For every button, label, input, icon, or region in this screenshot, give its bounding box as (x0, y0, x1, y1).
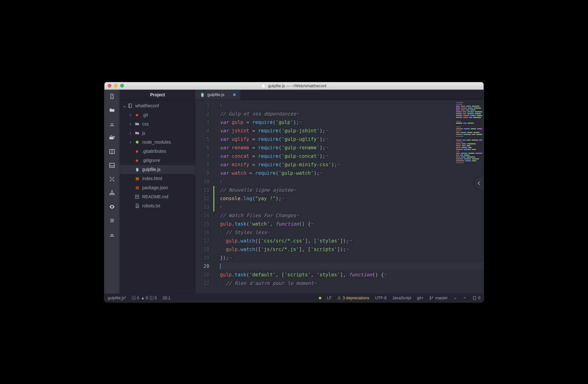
chevron-icon: › (130, 112, 132, 117)
status-files[interactable]: 0 (472, 296, 480, 300)
document-icon (262, 84, 265, 88)
tree-item-label: gulpfile.js (142, 167, 160, 172)
sidebar-title: Project (120, 90, 195, 100)
deprecations-label: 3 deprecations (343, 296, 369, 300)
eye-icon[interactable] (109, 203, 115, 210)
branch-icon (429, 296, 434, 300)
warning-icon: ⚠ (337, 296, 341, 300)
download-icon[interactable] (109, 120, 115, 127)
svg-rect-7 (113, 194, 114, 195)
status-git[interactable]: git+ (417, 296, 424, 300)
svg-point-20 (432, 296, 433, 297)
chevron-icon: ⌄ (123, 103, 125, 108)
status-line-ending[interactable]: LF (327, 296, 332, 300)
git-icon: ◆ (135, 158, 140, 163)
gutter: 12345678910111213141516171819202122 (195, 100, 214, 294)
file-count-icon (472, 296, 477, 300)
tab-bar: 🥤 gulpfile.js (195, 90, 484, 100)
status-server[interactable] (319, 297, 321, 299)
editor-area: 🥤 gulpfile.js 12345678910111213141516171… (195, 90, 484, 294)
gulp-icon: 🥤 (200, 92, 205, 97)
app-window: gulpfile.js — ~/Web/whattheconf (104, 82, 484, 302)
close-window-button[interactable] (108, 84, 111, 88)
tree-item-whattheconf[interactable]: ⌄whattheconf (120, 101, 195, 110)
folder-icon[interactable] (109, 107, 115, 114)
tree-item-package-json[interactable]: ▣package.json (120, 183, 195, 192)
diag-errors: 0 (137, 296, 139, 300)
diag-warnings: 0 (146, 296, 148, 300)
git-icon: ◆ (135, 112, 140, 117)
svg-point-19 (430, 299, 430, 299)
tree-item--gitattributes[interactable]: ◆.gitattributes (120, 147, 195, 156)
zoom-window-button[interactable] (120, 84, 124, 88)
green-dot-icon (319, 297, 321, 299)
diag-info: 0 (155, 296, 157, 300)
titlebar: gulpfile.js — ~/Web/whattheconf (104, 82, 484, 90)
node-icon: ⬢ (135, 140, 140, 145)
status-deprecations[interactable]: ⚠ 3 deprecations (337, 296, 369, 300)
file-tree[interactable]: ⌄whattheconf›◆.git›css›js›⬢node_modules◆… (120, 100, 195, 294)
repo-icon (128, 103, 133, 108)
upload-icon[interactable] (109, 231, 115, 238)
tree-item-label: README.md (142, 194, 168, 199)
npm-icon: ▣ (135, 185, 140, 190)
tree-item-label: package.json (142, 185, 168, 190)
tree-item-readme-md[interactable]: README.md (120, 192, 195, 201)
sitemap-icon[interactable] (109, 189, 115, 196)
chevron-icon: › (130, 131, 132, 136)
code-editor[interactable]: 12345678910111213141516171819202122 ⊦// … (195, 100, 484, 294)
gulp-icon: 🥤 (135, 167, 140, 172)
tree-item-node-modules[interactable]: ›⬢node_modules (120, 138, 195, 147)
tree-item-label: .git (142, 112, 148, 117)
minimize-window-button[interactable] (114, 84, 118, 88)
status-language[interactable]: JavaScript (392, 296, 411, 300)
tree-item-robots-txt[interactable]: robots.txt (120, 201, 195, 211)
svg-rect-2 (110, 163, 115, 167)
tree-item--git[interactable]: ›◆.git (120, 110, 195, 120)
chevron-icon: › (130, 121, 132, 126)
status-push[interactable] (463, 296, 467, 300)
tree-item-label: robots.txt (142, 203, 160, 208)
status-bar: gulpfile.js* ⓘ0 ▲0 ⓘ0 20:1 LF ⚠ 3 deprec… (104, 294, 484, 302)
tree-item-label: index.html (142, 176, 162, 181)
status-cursor[interactable]: 20:1 (163, 296, 170, 300)
folders-icon[interactable] (109, 134, 115, 141)
tree-item-label: js (142, 131, 145, 136)
tree-item-label: node_modules (142, 140, 171, 145)
file-count-label: 0 (478, 296, 480, 300)
status-encoding[interactable]: UTF-8 (375, 296, 387, 300)
code-content[interactable]: ⊦// Gulp et ses dépendances¬var gulp = r… (214, 100, 484, 294)
svg-rect-4 (111, 190, 112, 191)
chevron-icon: › (130, 140, 132, 145)
folder-icon (135, 121, 140, 126)
txt-icon (135, 203, 140, 208)
layout-icon[interactable] (109, 162, 115, 169)
panes-icon[interactable] (109, 148, 115, 155)
status-pull[interactable] (453, 296, 457, 300)
list-icon[interactable] (109, 217, 115, 224)
tab-label: gulpfile.js (207, 92, 224, 97)
status-diagnostics[interactable]: ⓘ0 ▲0 ⓘ0 (132, 295, 157, 301)
branch-label: master (435, 296, 448, 300)
git-icon: ◆ (135, 149, 140, 154)
tree-item-js[interactable]: ›js (120, 129, 195, 138)
svg-rect-6 (111, 194, 112, 195)
md-icon (135, 194, 140, 199)
arrow-down-icon (453, 296, 457, 300)
window-title: gulpfile.js — ~/Web/whattheconf (268, 83, 326, 88)
folder-icon (135, 131, 140, 136)
status-branch[interactable]: master (429, 296, 448, 300)
status-filename[interactable]: gulpfile.js* (108, 296, 126, 300)
tree-item-index-html[interactable]: ▣index.html (120, 174, 195, 183)
tab-gulpfile[interactable]: 🥤 gulpfile.js (195, 90, 241, 100)
svg-point-18 (430, 296, 430, 297)
modified-indicator-icon (233, 93, 236, 96)
tree-item-gulpfile-js[interactable]: 🥤gulpfile.js (120, 165, 195, 174)
sidebar: Project ⌄whattheconf›◆.git›css›js›⬢node_… (120, 90, 195, 294)
expand-icon[interactable] (109, 176, 115, 183)
html-icon: ▣ (135, 176, 140, 181)
tree-item-css[interactable]: ›css (120, 120, 195, 129)
tree-item--gitignore[interactable]: ◆.gitignore (120, 156, 195, 165)
file-icon[interactable] (109, 93, 115, 100)
tree-item-label: css (142, 121, 149, 126)
